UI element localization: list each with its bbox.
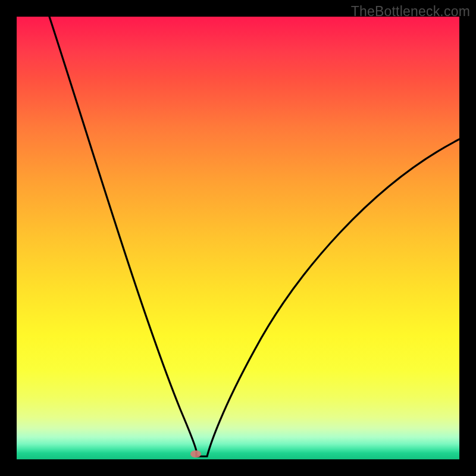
chart-frame: TheBottleneck.com [0,0,476,476]
bottleneck-curve [17,17,459,459]
optimal-point-marker [190,450,201,458]
watermark-text: TheBottleneck.com [351,4,470,20]
plot-area [17,17,459,459]
curve-path [49,17,459,456]
